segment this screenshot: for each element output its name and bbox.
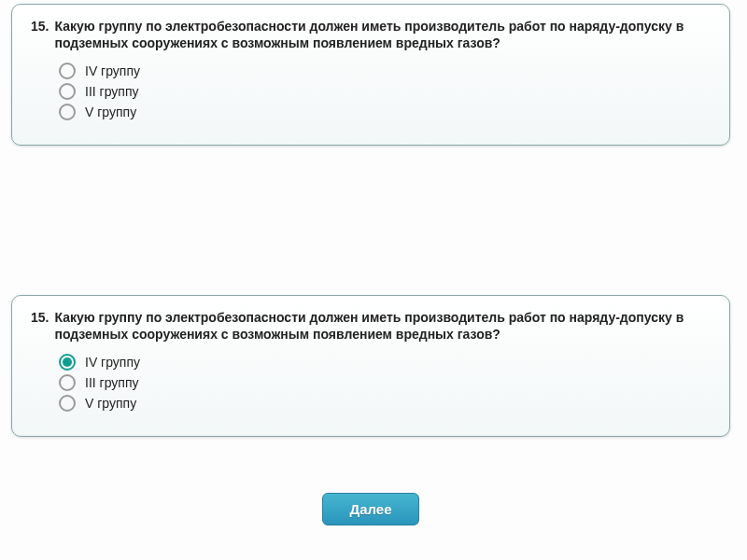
option-label: IV группу (85, 63, 140, 78)
radio-icon (59, 354, 76, 371)
option-3[interactable]: V группу (59, 104, 711, 120)
option-label: IV группу (85, 355, 140, 370)
options-list: IV группу III группу V группу (59, 63, 711, 120)
question-number: 15. (31, 309, 49, 326)
option-label: V группу (85, 396, 136, 411)
radio-icon (59, 83, 76, 100)
question-text: Какую группу по электробезопасности долж… (54, 18, 711, 51)
options-list: IV группу III группу V группу (59, 354, 711, 412)
question-text: Какую группу по электробезопасности долж… (54, 309, 711, 343)
question-row: 15. Какую группу по электробезопасности … (31, 309, 711, 343)
option-1[interactable]: IV группу (59, 63, 711, 79)
option-2[interactable]: III группу (59, 83, 711, 100)
question-row: 15. Какую группу по электробезопасности … (31, 18, 711, 51)
question-number: 15. (31, 18, 49, 35)
question-card-2: 15. Какую группу по электробезопасности … (11, 295, 730, 437)
radio-icon (59, 104, 76, 120)
button-row: Далее (11, 493, 730, 525)
radio-icon (59, 374, 76, 391)
option-2[interactable]: III группу (59, 374, 711, 391)
option-3[interactable]: V группу (59, 395, 711, 412)
option-label: III группу (85, 84, 138, 99)
next-button[interactable]: Далее (322, 493, 418, 525)
option-1[interactable]: IV группу (59, 354, 711, 371)
question-card-1: 15. Какую группу по электробезопасности … (11, 4, 730, 146)
option-label: V группу (85, 105, 136, 119)
radio-icon (59, 63, 76, 79)
radio-icon (59, 395, 76, 412)
option-label: III группу (85, 375, 138, 390)
